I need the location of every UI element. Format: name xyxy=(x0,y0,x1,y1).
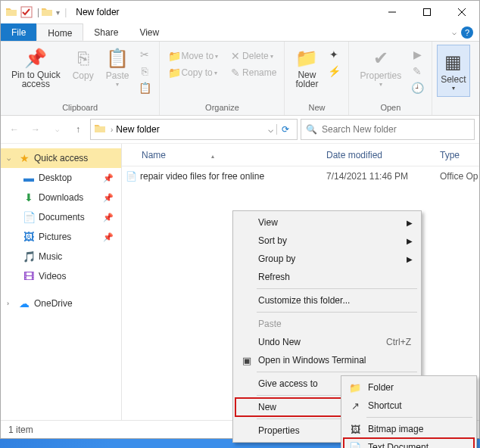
ctx-undo[interactable]: Undo NewCtrl+Z xyxy=(235,333,419,351)
delete-icon: ✕ xyxy=(229,50,242,62)
tab-file[interactable]: File xyxy=(1,23,36,41)
navbar: ← → ⌵ ↑ › New folder ⌵ ⟳ 🔍 Search New fo… xyxy=(1,116,479,143)
chevron-right-icon[interactable]: › xyxy=(111,126,113,134)
ctx-customize[interactable]: Customize this folder... xyxy=(235,291,419,310)
ribbon-group-select: ▦ Select ▾ xyxy=(432,42,474,115)
sidebar-item-music[interactable]: 🎵 Music xyxy=(1,247,121,266)
ribbon-group-open: ✔ Properties ▾ ▶ ✎ 🕘 Open xyxy=(349,42,432,115)
sidebar-item-pictures[interactable]: 🖼 Pictures 📌 xyxy=(1,227,121,247)
folder-icon: 📁 xyxy=(348,382,362,394)
edit-button[interactable]: ✎ xyxy=(407,63,427,79)
ribbon-tabs: File Home Share View ⌵ ? xyxy=(1,23,479,42)
copy-icon: ⎘ xyxy=(78,46,89,70)
pin-to-quick-access-button[interactable]: 📌 Pin to Quick access xyxy=(5,45,67,96)
ctx-view[interactable]: View▶ xyxy=(235,213,419,232)
new-folder-icon: 📁 xyxy=(295,46,318,70)
forward-button[interactable]: → xyxy=(26,120,45,138)
checkbox-icon[interactable] xyxy=(20,6,33,18)
address-folder[interactable]: New folder xyxy=(116,124,159,135)
documents-icon: 📄 xyxy=(22,211,36,223)
select-button[interactable]: ▦ Select ▾ xyxy=(437,45,469,97)
shortcut-icon: ↗ xyxy=(348,400,362,412)
sort-asc-icon: ▴ xyxy=(211,153,214,160)
properties-button[interactable]: ✔ Properties ▾ xyxy=(354,45,407,96)
move-icon: 📁 xyxy=(167,50,181,62)
history-button[interactable]: 🕘 xyxy=(407,79,427,96)
new-item-icon: ✦ xyxy=(327,48,341,61)
music-icon: 🎵 xyxy=(22,250,36,263)
terminal-icon: ▣ xyxy=(240,355,254,366)
paste-shortcut-button[interactable]: 📋 xyxy=(135,79,154,96)
sidebar-item-videos[interactable]: 🎞 Videos xyxy=(1,266,121,286)
ctx-refresh[interactable]: Refresh xyxy=(235,268,419,286)
chevron-down-icon[interactable]: ⌵ xyxy=(7,154,17,162)
separator xyxy=(366,417,472,418)
folder-icon xyxy=(94,123,106,137)
cut-icon: ✂ xyxy=(138,48,151,61)
sidebar-item-documents[interactable]: 📄 Documents 📌 xyxy=(1,207,121,227)
folder-icon xyxy=(5,6,17,18)
file-type: Office Op xyxy=(432,171,479,182)
minimize-button[interactable] xyxy=(375,1,410,23)
sub-shortcut[interactable]: ↗Shortcut xyxy=(344,397,474,415)
open-button[interactable]: ▶ xyxy=(407,46,427,63)
new-item-button[interactable]: ✦ xyxy=(324,46,344,63)
close-button[interactable] xyxy=(444,1,479,23)
qat-separator: | xyxy=(36,7,41,17)
column-name[interactable]: Name▴ xyxy=(122,150,319,160)
sub-folder[interactable]: 📁Folder xyxy=(344,378,474,397)
title-separator: | xyxy=(60,7,71,17)
sub-bitmap[interactable]: 🖼Bitmap image xyxy=(344,420,474,438)
up-button[interactable]: ↑ xyxy=(69,120,87,138)
properties-icon: ✔ xyxy=(373,46,388,70)
cut-button[interactable]: ✂ xyxy=(135,46,154,63)
open-icon: ▶ xyxy=(410,48,424,61)
paste-icon: 📋 xyxy=(106,46,129,70)
address-bar[interactable]: › New folder ⌵ ⟳ xyxy=(90,119,298,140)
address-dropdown-icon[interactable]: ⌵ xyxy=(265,124,276,135)
back-button[interactable]: ← xyxy=(5,120,23,138)
maximize-button[interactable] xyxy=(410,1,444,23)
minimize-ribbon-icon[interactable]: ⌵ xyxy=(452,28,457,36)
paste-button[interactable]: 📋 Paste ▾ xyxy=(100,45,136,96)
sidebar-item-desktop[interactable]: ▬ Desktop 📌 xyxy=(1,168,121,188)
tab-share[interactable]: Share xyxy=(83,23,129,41)
chevron-right-icon: ▶ xyxy=(407,237,413,245)
context-submenu-new: 📁Folder ↗Shortcut 🖼Bitmap image 📄Text Do… xyxy=(341,375,477,448)
easy-access-button[interactable]: ⚡ xyxy=(324,63,344,79)
sidebar-item-downloads[interactable]: ⬇ Downloads 📌 xyxy=(1,188,121,207)
recent-locations-button[interactable]: ⌵ xyxy=(48,120,66,138)
file-row[interactable]: 📄 repair video files for free online 7/1… xyxy=(122,166,479,186)
copy-path-icon: ⎘ xyxy=(138,65,151,77)
ctx-terminal[interactable]: ▣Open in Windows Terminal xyxy=(235,351,419,369)
copy-path-button[interactable]: ⎘ xyxy=(135,63,154,79)
sidebar-item-quickaccess[interactable]: ⌵ ★ Quick access xyxy=(1,148,121,168)
search-input[interactable]: 🔍 Search New folder xyxy=(301,119,475,140)
file-icon: 📄 xyxy=(122,171,140,182)
folder-icon[interactable] xyxy=(41,6,53,18)
ctx-paste[interactable]: Paste xyxy=(235,315,419,333)
move-to-button[interactable]: 📁Move to▾ xyxy=(164,48,221,64)
copy-button[interactable]: ⎘ Copy xyxy=(67,45,100,96)
ctx-groupby[interactable]: Group by▶ xyxy=(235,250,419,268)
search-icon: 🔍 xyxy=(306,124,317,135)
column-type[interactable]: Type xyxy=(432,150,479,160)
column-date[interactable]: Date modified xyxy=(319,150,432,160)
chevron-right-icon[interactable]: › xyxy=(7,300,17,307)
delete-button[interactable]: ✕Delete▾ xyxy=(226,48,279,64)
copyto-icon: 📁 xyxy=(167,67,181,79)
copy-to-button[interactable]: 📁Copy to▾ xyxy=(164,64,221,81)
sidebar-item-onedrive[interactable]: › ☁ OneDrive xyxy=(1,294,121,313)
downloads-icon: ⬇ xyxy=(22,191,36,204)
item-count: 1 item xyxy=(8,425,33,435)
rename-button[interactable]: ✎Rename xyxy=(226,64,279,81)
refresh-button[interactable]: ⟳ xyxy=(276,124,294,135)
ctx-sortby[interactable]: Sort by▶ xyxy=(235,232,419,250)
ribbon-group-organize: 📁Move to▾ 📁Copy to▾ ✕Delete▾ ✎Rename Org… xyxy=(160,42,285,115)
tab-view[interactable]: View xyxy=(129,23,170,41)
new-folder-button[interactable]: 📁 New folder xyxy=(289,45,324,90)
pictures-icon: 🖼 xyxy=(22,231,36,243)
tab-home[interactable]: Home xyxy=(36,23,83,41)
help-icon[interactable]: ? xyxy=(461,26,473,39)
sub-text-document[interactable]: 📄Text Document xyxy=(344,438,474,448)
